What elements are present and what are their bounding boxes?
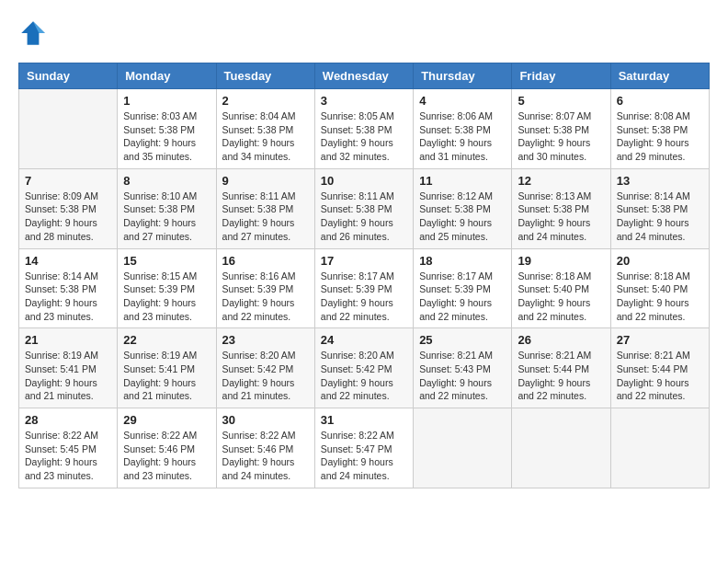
day-number: 25 — [419, 333, 506, 347]
day-cell: 23Sunrise: 8:20 AM Sunset: 5:42 PM Dayli… — [216, 328, 314, 408]
day-cell: 14Sunrise: 8:14 AM Sunset: 5:38 PM Dayli… — [19, 248, 118, 328]
day-info: Sunrise: 8:22 AM Sunset: 5:47 PM Dayligh… — [321, 429, 407, 483]
day-cell: 25Sunrise: 8:21 AM Sunset: 5:43 PM Dayli… — [414, 328, 512, 408]
day-info: Sunrise: 8:05 AM Sunset: 5:38 PM Dayligh… — [321, 109, 407, 164]
day-info: Sunrise: 8:20 AM Sunset: 5:42 PM Dayligh… — [321, 349, 407, 403]
day-cell: 19Sunrise: 8:18 AM Sunset: 5:40 PM Dayli… — [512, 248, 610, 328]
day-number: 1 — [123, 94, 210, 108]
day-number: 21 — [25, 333, 111, 347]
day-info: Sunrise: 8:22 AM Sunset: 5:46 PM Dayligh… — [123, 429, 210, 483]
day-info: Sunrise: 8:06 AM Sunset: 5:38 PM Dayligh… — [419, 109, 506, 164]
day-cell: 21Sunrise: 8:19 AM Sunset: 5:41 PM Dayli… — [19, 328, 118, 408]
day-cell: 22Sunrise: 8:19 AM Sunset: 5:41 PM Dayli… — [118, 328, 216, 408]
day-info: Sunrise: 8:19 AM Sunset: 5:41 PM Dayligh… — [123, 349, 210, 403]
weekday-header-tuesday: Tuesday — [216, 63, 314, 89]
calendar-table: SundayMondayTuesdayWednesdayThursdayFrid… — [18, 63, 710, 488]
day-number: 13 — [617, 174, 703, 188]
day-info: Sunrise: 8:04 AM Sunset: 5:38 PM Dayligh… — [222, 109, 309, 164]
week-row-2: 7Sunrise: 8:09 AM Sunset: 5:38 PM Daylig… — [19, 168, 710, 248]
logo — [18, 18, 51, 48]
day-cell: 20Sunrise: 8:18 AM Sunset: 5:40 PM Dayli… — [610, 248, 709, 328]
day-info: Sunrise: 8:22 AM Sunset: 5:45 PM Dayligh… — [25, 429, 111, 483]
day-number: 22 — [123, 333, 210, 347]
day-info: Sunrise: 8:21 AM Sunset: 5:43 PM Dayligh… — [419, 349, 506, 403]
day-cell: 7Sunrise: 8:09 AM Sunset: 5:38 PM Daylig… — [19, 168, 118, 248]
week-row-1: 1Sunrise: 8:03 AM Sunset: 5:38 PM Daylig… — [19, 89, 710, 169]
day-cell: 8Sunrise: 8:10 AM Sunset: 5:38 PM Daylig… — [118, 168, 216, 248]
day-cell: 10Sunrise: 8:11 AM Sunset: 5:38 PM Dayli… — [314, 168, 413, 248]
day-number: 26 — [518, 333, 604, 347]
day-number: 19 — [518, 254, 604, 268]
day-number: 12 — [518, 174, 604, 188]
day-cell — [19, 89, 118, 169]
weekday-header-row: SundayMondayTuesdayWednesdayThursdayFrid… — [19, 63, 710, 89]
day-cell: 9Sunrise: 8:11 AM Sunset: 5:38 PM Daylig… — [216, 168, 314, 248]
day-info: Sunrise: 8:07 AM Sunset: 5:38 PM Dayligh… — [518, 109, 604, 164]
day-cell: 15Sunrise: 8:15 AM Sunset: 5:39 PM Dayli… — [118, 248, 216, 328]
day-info: Sunrise: 8:18 AM Sunset: 5:40 PM Dayligh… — [518, 270, 604, 324]
day-cell: 18Sunrise: 8:17 AM Sunset: 5:39 PM Dayli… — [414, 248, 512, 328]
day-number: 3 — [321, 94, 407, 108]
day-cell — [414, 408, 512, 488]
day-cell: 31Sunrise: 8:22 AM Sunset: 5:47 PM Dayli… — [314, 408, 413, 488]
day-info: Sunrise: 8:12 AM Sunset: 5:38 PM Dayligh… — [419, 190, 506, 244]
day-info: Sunrise: 8:14 AM Sunset: 5:38 PM Dayligh… — [25, 270, 111, 324]
day-cell: 26Sunrise: 8:21 AM Sunset: 5:44 PM Dayli… — [512, 328, 610, 408]
day-cell: 6Sunrise: 8:08 AM Sunset: 5:38 PM Daylig… — [610, 89, 709, 169]
weekday-header-sunday: Sunday — [19, 63, 118, 89]
day-info: Sunrise: 8:11 AM Sunset: 5:38 PM Dayligh… — [222, 190, 309, 244]
day-info: Sunrise: 8:15 AM Sunset: 5:39 PM Dayligh… — [123, 270, 210, 324]
day-number: 24 — [321, 333, 407, 347]
day-info: Sunrise: 8:10 AM Sunset: 5:38 PM Dayligh… — [123, 190, 210, 244]
day-cell: 29Sunrise: 8:22 AM Sunset: 5:46 PM Dayli… — [118, 408, 216, 488]
day-number: 15 — [123, 254, 210, 268]
weekday-header-thursday: Thursday — [414, 63, 512, 89]
day-number: 11 — [419, 174, 506, 188]
weekday-header-saturday: Saturday — [610, 63, 709, 89]
day-info: Sunrise: 8:20 AM Sunset: 5:42 PM Dayligh… — [222, 349, 309, 403]
page-header — [18, 18, 710, 48]
week-row-5: 28Sunrise: 8:22 AM Sunset: 5:45 PM Dayli… — [19, 408, 710, 488]
day-number: 4 — [419, 94, 506, 108]
day-number: 23 — [222, 333, 309, 347]
day-number: 16 — [222, 254, 309, 268]
day-info: Sunrise: 8:16 AM Sunset: 5:39 PM Dayligh… — [222, 270, 309, 324]
day-cell: 16Sunrise: 8:16 AM Sunset: 5:39 PM Dayli… — [216, 248, 314, 328]
day-info: Sunrise: 8:08 AM Sunset: 5:38 PM Dayligh… — [617, 109, 703, 164]
weekday-header-monday: Monday — [118, 63, 216, 89]
day-info: Sunrise: 8:21 AM Sunset: 5:44 PM Dayligh… — [518, 349, 604, 403]
day-cell: 5Sunrise: 8:07 AM Sunset: 5:38 PM Daylig… — [512, 89, 610, 169]
day-cell: 17Sunrise: 8:17 AM Sunset: 5:39 PM Dayli… — [314, 248, 413, 328]
week-row-3: 14Sunrise: 8:14 AM Sunset: 5:38 PM Dayli… — [19, 248, 710, 328]
day-number: 10 — [321, 174, 407, 188]
weekday-header-friday: Friday — [512, 63, 610, 89]
day-cell: 24Sunrise: 8:20 AM Sunset: 5:42 PM Dayli… — [314, 328, 413, 408]
day-cell: 30Sunrise: 8:22 AM Sunset: 5:46 PM Dayli… — [216, 408, 314, 488]
day-cell: 12Sunrise: 8:13 AM Sunset: 5:38 PM Dayli… — [512, 168, 610, 248]
day-cell — [512, 408, 610, 488]
day-number: 30 — [222, 413, 309, 427]
day-info: Sunrise: 8:18 AM Sunset: 5:40 PM Dayligh… — [617, 270, 703, 324]
day-info: Sunrise: 8:09 AM Sunset: 5:38 PM Dayligh… — [25, 190, 111, 244]
day-cell — [610, 408, 709, 488]
week-row-4: 21Sunrise: 8:19 AM Sunset: 5:41 PM Dayli… — [19, 328, 710, 408]
day-number: 20 — [617, 254, 703, 268]
day-number: 14 — [25, 254, 111, 268]
day-number: 29 — [123, 413, 210, 427]
day-info: Sunrise: 8:17 AM Sunset: 5:39 PM Dayligh… — [419, 270, 506, 324]
day-number: 28 — [25, 413, 111, 427]
day-info: Sunrise: 8:11 AM Sunset: 5:38 PM Dayligh… — [321, 190, 407, 244]
day-cell: 1Sunrise: 8:03 AM Sunset: 5:38 PM Daylig… — [118, 89, 216, 169]
day-number: 27 — [617, 333, 703, 347]
weekday-header-wednesday: Wednesday — [314, 63, 413, 89]
day-number: 17 — [321, 254, 407, 268]
day-cell: 4Sunrise: 8:06 AM Sunset: 5:38 PM Daylig… — [414, 89, 512, 169]
day-info: Sunrise: 8:13 AM Sunset: 5:38 PM Dayligh… — [518, 190, 604, 244]
day-number: 18 — [419, 254, 506, 268]
day-number: 31 — [321, 413, 407, 427]
day-cell: 13Sunrise: 8:14 AM Sunset: 5:38 PM Dayli… — [610, 168, 709, 248]
day-number: 5 — [518, 94, 604, 108]
day-info: Sunrise: 8:19 AM Sunset: 5:41 PM Dayligh… — [25, 349, 111, 403]
day-info: Sunrise: 8:21 AM Sunset: 5:44 PM Dayligh… — [617, 349, 703, 403]
day-cell: 27Sunrise: 8:21 AM Sunset: 5:44 PM Dayli… — [610, 328, 709, 408]
